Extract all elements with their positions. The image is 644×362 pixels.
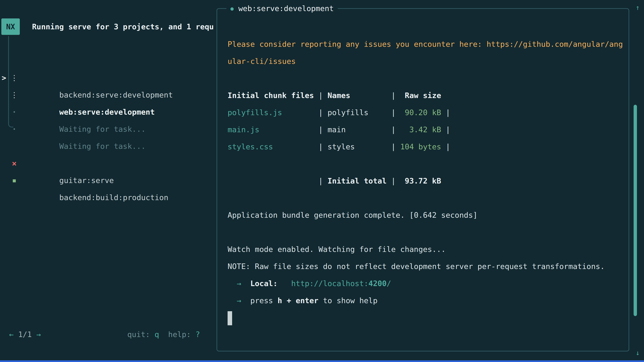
pipe: | [446, 125, 450, 134]
waiting-dot-icon: · [10, 121, 19, 138]
pipe: | [318, 176, 323, 185]
spacer [150, 330, 154, 339]
task-list: ⋮ backend:serve:development ⋮ web:serve:… [8, 52, 214, 172]
chunk-row-main: main.js|main|3.42 kB| [228, 121, 622, 138]
run-summary-title: Running serve for 3 projects, and 1 requ [32, 22, 214, 31]
help-hint-line: →press h + enter to show help [228, 292, 622, 309]
pipe: | [318, 108, 323, 117]
cursor-line [228, 309, 622, 326]
arrow-icon: → [237, 296, 241, 305]
raw-size: 104 bytes [400, 138, 441, 155]
issue-notice-line2[interactable]: ular-cli/issues [228, 53, 622, 70]
page-indicator [14, 330, 18, 339]
file-name: styles.css [228, 138, 318, 155]
pipe: | [391, 91, 396, 100]
pipe: | [446, 108, 450, 117]
local-url[interactable]: http://localhost:4200/ [291, 279, 391, 288]
blank-line [228, 190, 622, 207]
page-count: 1/1 [18, 330, 32, 339]
help-keys: h + enter [278, 296, 318, 305]
task-item-waiting-2[interactable]: · Waiting for task... [8, 104, 214, 121]
pipe: | [318, 125, 323, 134]
quit-key: q [155, 330, 159, 339]
url-prefix: http://localhost: [291, 279, 368, 288]
chunk-name: styles [328, 138, 391, 155]
pagination: ← 1/1 → [9, 326, 41, 343]
file-name: polyfills.js [228, 104, 318, 121]
task-label: Waiting for task... [59, 125, 146, 134]
terminal-cursor [228, 311, 232, 325]
local-label: Local: [250, 279, 278, 288]
watch-mode-line: Watch mode enabled. Watching for file ch… [228, 241, 622, 258]
raw-size: 90.20 kB [400, 104, 441, 121]
local-url-line: →Local:http://localhost:4200/ [228, 275, 622, 292]
running-dot-icon: ● [230, 5, 234, 11]
task-item-web-serve[interactable]: ⋮ web:serve:development [8, 69, 214, 86]
selected-task-caret: > [2, 69, 6, 86]
spacer [159, 330, 168, 339]
chunk-row-polyfills: polyfills.js|polyfills|90.20 kB| [228, 104, 622, 121]
file-name: main.js [228, 121, 318, 138]
nx-logo: NX [1, 18, 20, 35]
pipe: | [318, 91, 323, 100]
spacer [32, 330, 36, 339]
chunk-row-styles: styles.css|styles|104 bytes| [228, 138, 622, 155]
total-label: Initial total [328, 172, 391, 190]
bundle-complete-line: Application bundle generation complete. … [228, 207, 622, 224]
task-item-waiting-1[interactable]: · Waiting for task... [8, 86, 214, 104]
chunk-name: polyfills [328, 104, 391, 121]
help-label: help: [168, 330, 191, 339]
pipe: | [318, 142, 323, 151]
blank-line [228, 70, 622, 87]
help-post: to show help [318, 296, 378, 305]
pipe: | [391, 176, 396, 185]
issue-notice-line1[interactable]: Please consider reporting any issues you… [228, 36, 622, 53]
help-key: ? [196, 330, 200, 339]
panel-title: web:serve:development [238, 4, 334, 13]
blank-line [228, 155, 622, 172]
scroll-down-arrow[interactable]: ↓ [632, 345, 643, 360]
terminal-output: Please consider reporting any issues you… [228, 36, 622, 326]
initial-total-row: |Initial total|93.72 kB [228, 172, 622, 190]
chunk-table-header: Initial chunk files|Names|Raw size [228, 87, 622, 104]
spacer [191, 330, 196, 339]
header-raw-size: Raw size [400, 87, 441, 104]
task-label: guitar:serve [59, 176, 114, 185]
quit-label: quit: [127, 330, 150, 339]
page-prev-arrow[interactable]: ← [9, 330, 14, 339]
pipe: | [391, 125, 396, 134]
task-output-panel: ●web:serve:development Please consider r… [216, 8, 629, 352]
pipe: | [391, 142, 396, 151]
total-size: 93.72 kB [400, 172, 441, 190]
pipe: | [446, 142, 450, 151]
success-square-icon: ■ [10, 172, 19, 189]
task-label: backend:build:production [59, 193, 168, 202]
task-item-backend-build[interactable]: ■ backend:build:production [8, 155, 214, 172]
scroll-up-arrow[interactable]: ↑ [632, 0, 643, 15]
raw-size: 3.42 kB [400, 121, 441, 138]
bottom-edge-strip [0, 360, 644, 362]
url-suffix: / [386, 279, 391, 288]
task-item-backend-serve[interactable]: ⋮ backend:serve:development [8, 52, 214, 69]
arrow-icon: → [237, 279, 241, 288]
url-port: 4200 [368, 279, 386, 288]
hotkey-hints: quit: q help: ? [127, 326, 200, 343]
note-line: NOTE: Raw file sizes do not reflect deve… [228, 258, 622, 275]
task-item-guitar-serve[interactable]: × guitar:serve [8, 138, 214, 155]
header-files: Initial chunk files [228, 87, 318, 104]
blank-line [228, 224, 622, 241]
page-next-arrow[interactable]: → [36, 330, 41, 339]
header-names: Names [328, 87, 391, 104]
scrollbar-thumb[interactable] [634, 105, 637, 316]
sidebar-header: NX Running serve for 3 projects, and 1 r… [1, 18, 214, 35]
help-pre: press [250, 296, 278, 305]
chunk-name: main [328, 121, 391, 138]
panel-header: ●web:serve:development [226, 4, 338, 13]
pipe: | [391, 108, 396, 117]
